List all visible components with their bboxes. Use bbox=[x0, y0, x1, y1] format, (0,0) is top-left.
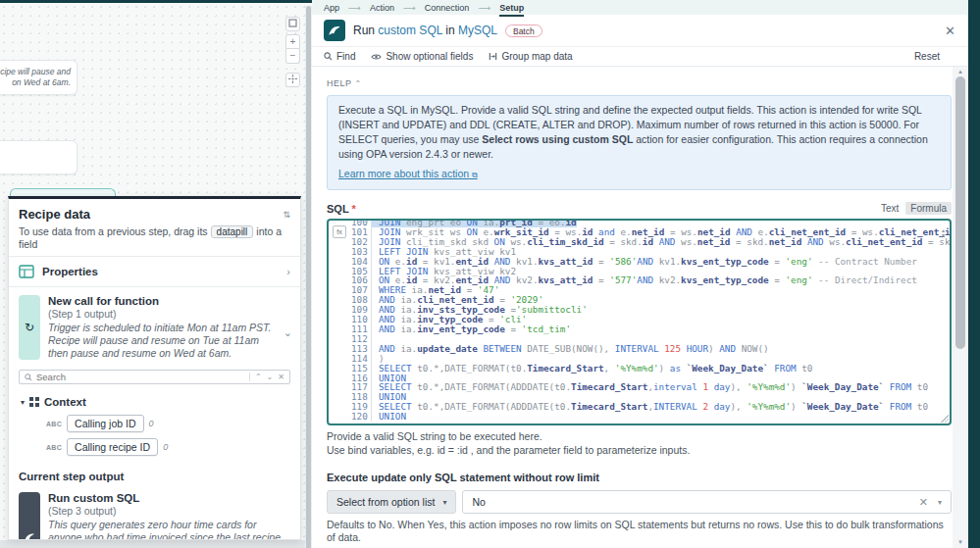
chevron-right-icon[interactable]: › bbox=[288, 536, 292, 540]
setup-scrollbar[interactable]: ▴ ▾ bbox=[953, 67, 968, 548]
group-map-data-button[interactable]: Group map data bbox=[489, 51, 572, 62]
code-line[interactable]: 120UNION bbox=[329, 412, 950, 422]
properties-label: Properties bbox=[42, 266, 279, 277]
locate-button[interactable] bbox=[285, 73, 300, 87]
sql-hint-1: Provide a valid SQL string to be execute… bbox=[327, 430, 952, 443]
breadcrumb-arrow-icon: ⟶ bbox=[478, 3, 490, 13]
sql-step-label: (Step 3 output) bbox=[48, 505, 281, 517]
mysql-app-icon bbox=[324, 20, 345, 41]
find-button[interactable]: Find bbox=[324, 51, 355, 62]
collapse-caret-icon: ⌃ bbox=[354, 79, 361, 88]
breadcrumb-arrow-icon: ⟶ bbox=[403, 3, 416, 13]
reset-button[interactable]: Reset bbox=[914, 51, 940, 62]
canvas-scrollbar[interactable] bbox=[305, 6, 312, 548]
scroll-down-icon[interactable]: ▾ bbox=[953, 538, 968, 546]
pill-value: 0 bbox=[163, 442, 168, 452]
window-edge bbox=[968, 0, 980, 548]
search-input[interactable] bbox=[36, 372, 245, 382]
properties-icon bbox=[19, 265, 34, 278]
line-text: UNION bbox=[372, 412, 406, 422]
breadcrumb-connection[interactable]: Connection bbox=[425, 3, 470, 13]
show-optional-fields-button[interactable]: Show optional fields bbox=[371, 51, 473, 62]
code-line[interactable]: 115SELECT t0.*,DATE_FORMAT(t0.Timecard_S… bbox=[329, 364, 950, 374]
breadcrumb-app[interactable]: App bbox=[324, 3, 339, 13]
setup-scrollbar-thumb[interactable] bbox=[955, 76, 965, 349]
caret-down-icon: ▾ bbox=[21, 398, 25, 407]
search-clear-icon[interactable]: ✕ bbox=[278, 373, 284, 381]
breadcrumb-arrow-icon: ⟶ bbox=[348, 3, 361, 13]
subtitle-prefix: To use data from a previous step, drag i… bbox=[19, 225, 208, 237]
mysql-dolphin-icon bbox=[327, 23, 342, 38]
show-optional-fields-label: Show optional fields bbox=[386, 51, 473, 62]
breadcrumb-action[interactable]: Action bbox=[370, 3, 394, 13]
setup-toolbar: Find Show optional fields Group map data… bbox=[312, 47, 969, 67]
recycle-icon: ↻ bbox=[25, 321, 34, 334]
sql-step-output[interactable]: Run custom SQL (Step 3 output) This quer… bbox=[9, 484, 300, 540]
datatree-search-box: ⌃ ⌄ ✕ bbox=[19, 370, 290, 384]
line-text: SELECT t0.*,DATE_FORMAT(ADDDATE(t0.Timec… bbox=[372, 402, 928, 412]
mode-formula-button[interactable]: Formula bbox=[905, 202, 952, 215]
title-action-name: custom SQL bbox=[378, 24, 442, 37]
function-step-output[interactable]: ↻ New call for function (Step 1 output) … bbox=[9, 287, 300, 366]
execute-update-controls: Select from option list ▾ No ✕ ▾ bbox=[327, 490, 952, 514]
title-run: Run bbox=[353, 24, 378, 37]
datapill-calling-recipe-id[interactable]: Calling recipe ID bbox=[67, 438, 158, 456]
current-step-output-label: Current step output bbox=[9, 459, 300, 484]
sql-step-bar bbox=[19, 492, 40, 540]
recipe-data-panel: Recipe data ⇅ To use data from a previou… bbox=[8, 196, 301, 540]
breadcrumb-setup[interactable]: Setup bbox=[499, 3, 524, 13]
editor-scroll-stepper[interactable]: ▴▾ bbox=[942, 228, 945, 238]
formula-icon: fx bbox=[333, 225, 346, 238]
execute-update-value-field[interactable]: No ✕ ▾ bbox=[462, 490, 952, 514]
sql-code-editor[interactable]: fx 100JOIN eng_prt eo ON ia.prt_id = eo.… bbox=[327, 219, 952, 425]
caret-down-icon[interactable]: ▾ bbox=[938, 498, 942, 507]
code-line[interactable]: 111AND ia.inv_ent_typ_code = 'tcd_tim' bbox=[329, 324, 950, 334]
title-in: in bbox=[442, 24, 458, 37]
execute-update-value: No bbox=[472, 496, 485, 508]
setup-breadcrumb-bar: App ⟶ Action ⟶ Connection ⟶ Setup bbox=[312, 0, 969, 15]
mode-text-button[interactable]: Text bbox=[876, 202, 903, 215]
panel-collapse-icon[interactable]: ⇅ bbox=[283, 211, 290, 219]
caret-down-icon: ▾ bbox=[442, 498, 446, 507]
title-app-name: MySQL bbox=[458, 24, 497, 37]
search-icon bbox=[25, 374, 32, 381]
canvas-bottom-strip bbox=[0, 540, 305, 548]
function-step-label: (Step 1 output) bbox=[48, 308, 281, 320]
scroll-up-icon[interactable]: ▴ bbox=[953, 68, 968, 75]
properties-row[interactable]: Properties › bbox=[9, 257, 300, 286]
zoom-in-button[interactable]: + bbox=[285, 34, 300, 49]
pill-type-label: ABC bbox=[46, 421, 62, 427]
canvas-trigger-note-card[interactable]: Recipe will pause and on Wed at 6am. bbox=[0, 60, 77, 95]
context-label: Context bbox=[44, 396, 86, 408]
chevron-right-icon[interactable]: › bbox=[286, 266, 290, 277]
canvas-zoom-controls: + − bbox=[285, 17, 300, 87]
datapill-calling-job-id[interactable]: Calling job ID bbox=[67, 415, 143, 432]
zoom-out-button[interactable]: − bbox=[285, 49, 300, 64]
search-prev-icon[interactable]: ⌃ bbox=[255, 373, 262, 381]
chevron-down-icon[interactable]: ⌄ bbox=[284, 326, 292, 339]
code-line[interactable]: 113AND ia.update_date BETWEEN DATE_SUB(N… bbox=[329, 344, 950, 354]
line-text: AND ia.update_date BETWEEN DATE_SUB(NOW(… bbox=[372, 344, 769, 354]
batch-badge: Batch bbox=[505, 25, 542, 37]
line-text: SELECT t0.*,DATE_FORMAT(t0.Timecard_Star… bbox=[372, 364, 812, 374]
clear-value-icon[interactable]: ✕ bbox=[919, 496, 928, 509]
recipe-data-title: Recipe data bbox=[19, 207, 90, 222]
find-label: Find bbox=[336, 51, 355, 62]
close-icon[interactable]: ✕ bbox=[945, 24, 957, 38]
function-step-title: New call for function bbox=[48, 295, 281, 307]
option-list-dropdown[interactable]: Select from option list ▾ bbox=[327, 490, 456, 514]
canvas-step-card[interactable] bbox=[0, 140, 77, 174]
code-scroll-area[interactable]: 100JOIN eng_prt eo ON ia.prt_id = eo.id1… bbox=[329, 221, 950, 423]
search-next-icon[interactable]: ⌄ bbox=[267, 373, 274, 381]
context-section-toggle[interactable]: ▾ Context bbox=[9, 390, 300, 412]
fit-to-screen-button[interactable] bbox=[285, 17, 300, 31]
help-section-toggle[interactable]: HELP ⌃ bbox=[327, 78, 952, 88]
code-line[interactable]: 117SELECT t0.*,DATE_FORMAT(ADDDATE(t0.Ti… bbox=[329, 382, 950, 392]
pill-type-label: ABC bbox=[46, 444, 62, 451]
line-number: 120 bbox=[329, 412, 372, 422]
canvas-scrollbar-thumb[interactable] bbox=[306, 6, 311, 548]
code-line[interactable]: 119SELECT t0.*,DATE_FORMAT(ADDDATE(t0.Ti… bbox=[329, 402, 950, 412]
editor-resize-handle[interactable] bbox=[941, 415, 949, 423]
learn-more-link[interactable]: Learn more about this action ⧉ bbox=[338, 167, 478, 182]
help-label: HELP bbox=[327, 78, 351, 88]
